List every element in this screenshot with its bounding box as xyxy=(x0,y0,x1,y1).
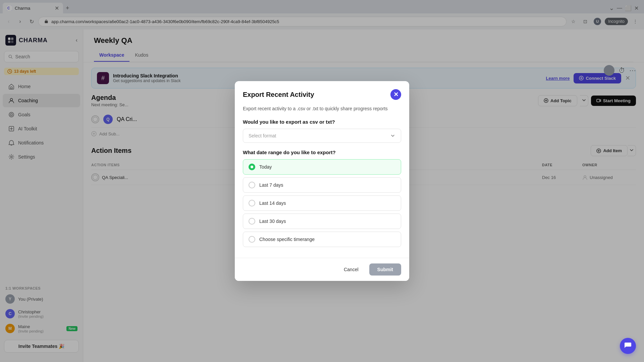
radio-today xyxy=(249,164,255,170)
modal-description: Export recent activity to a .csv or .txt… xyxy=(243,105,401,112)
date-option-last30-label: Last 30 days xyxy=(259,219,286,224)
format-question: Would you like to export as csv or txt? xyxy=(243,119,401,125)
submit-button[interactable]: Submit xyxy=(369,263,401,276)
date-option-last14-label: Last 14 days xyxy=(259,200,286,206)
modal-title: Export Recent Activity xyxy=(243,91,314,99)
format-select-dropdown[interactable]: Select format xyxy=(243,129,401,143)
date-option-last7[interactable]: Last 7 days xyxy=(243,177,401,193)
modal-footer: Cancel Submit xyxy=(235,258,409,281)
modal-header: Export Recent Activity ✕ xyxy=(235,81,409,105)
modal-overlay: Export Recent Activity ✕ Export recent a… xyxy=(0,0,644,362)
date-option-last30[interactable]: Last 30 days xyxy=(243,214,401,229)
export-modal: Export Recent Activity ✕ Export recent a… xyxy=(235,81,409,281)
chat-widget[interactable] xyxy=(620,338,636,354)
modal-close-button[interactable]: ✕ xyxy=(390,89,401,100)
date-range-question: What date range do you like to export? xyxy=(243,149,401,155)
date-option-specific-label: Choose specific timerange xyxy=(259,237,315,242)
date-option-today-label: Today xyxy=(259,164,272,170)
modal-body: Export recent activity to a .csv or .txt… xyxy=(235,105,409,258)
chat-icon xyxy=(624,342,632,350)
dropdown-chevron-icon xyxy=(390,133,395,138)
cancel-button[interactable]: Cancel xyxy=(337,263,365,276)
radio-last7 xyxy=(249,182,255,188)
date-option-last7-label: Last 7 days xyxy=(259,182,283,188)
format-select-placeholder: Select format xyxy=(249,133,276,138)
date-range-options: Today Last 7 days Last 14 days Last 30 d… xyxy=(243,159,401,247)
date-option-today[interactable]: Today xyxy=(243,159,401,175)
date-option-specific[interactable]: Choose specific timerange xyxy=(243,232,401,247)
date-option-last14[interactable]: Last 14 days xyxy=(243,195,401,211)
radio-specific xyxy=(249,236,255,243)
radio-last30 xyxy=(249,218,255,225)
radio-last14 xyxy=(249,200,255,206)
